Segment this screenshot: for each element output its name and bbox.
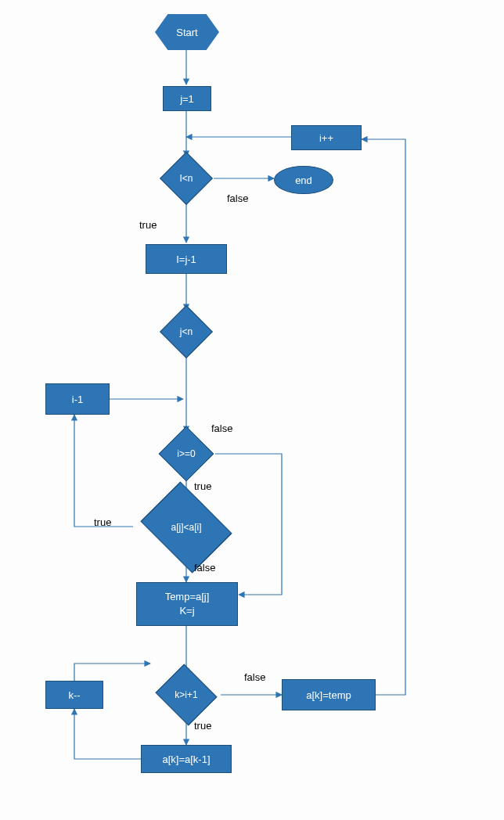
label-true-4: true bbox=[194, 720, 211, 732]
label-true-2: true bbox=[194, 480, 211, 492]
cond-aj-lt-ai-label: a[j]<a[i] bbox=[171, 522, 201, 533]
temp-line1: Temp=a[j] bbox=[165, 590, 210, 604]
label-false-3: false bbox=[194, 562, 215, 574]
cond-aj-lt-ai: a[j]<a[i] bbox=[131, 501, 241, 554]
k-dec-node: k-- bbox=[45, 681, 103, 709]
init-j-node: j=1 bbox=[163, 86, 211, 111]
k-dec-label: k-- bbox=[68, 689, 80, 701]
cond-k-gt-i1: k>i+1 bbox=[152, 673, 221, 717]
i-minus-1-label: i-1 bbox=[72, 394, 83, 405]
label-false-4: false bbox=[244, 671, 265, 683]
cond-i-ge-0-label: i>=0 bbox=[177, 448, 195, 459]
ak-eq-akm1-label: a[k]=a[k-1] bbox=[162, 753, 210, 765]
end-node: end bbox=[274, 166, 333, 194]
start-label: Start bbox=[176, 27, 197, 38]
cond-j-lt-n-label: j<n bbox=[180, 326, 193, 337]
temp-k-node: Temp=a[j] K=j bbox=[136, 582, 238, 626]
label-true-3: true bbox=[94, 516, 111, 528]
label-true-1: true bbox=[139, 219, 157, 231]
inc-i-node: i++ bbox=[291, 125, 362, 150]
cond-i-ge-0: i>=0 bbox=[157, 432, 216, 476]
ak-eq-temp-label: a[k]=temp bbox=[306, 689, 351, 701]
cond-I-lt-n-label: I<n bbox=[179, 173, 193, 184]
init-j-label: j=1 bbox=[180, 93, 194, 105]
temp-line2: K=j bbox=[179, 604, 194, 618]
start-node: Start bbox=[155, 14, 219, 50]
ak-eq-akm1-node: a[k]=a[k-1] bbox=[141, 745, 232, 773]
label-false-2: false bbox=[211, 423, 232, 434]
ak-eq-temp-node: a[k]=temp bbox=[282, 679, 376, 710]
inc-i-label: i++ bbox=[319, 132, 333, 144]
label-false-1: false bbox=[227, 192, 248, 204]
set-I-label: I=j-1 bbox=[176, 254, 196, 265]
set-I-node: I=j-1 bbox=[146, 244, 227, 274]
cond-k-gt-i1-label: k>i+1 bbox=[175, 689, 197, 700]
cond-j-lt-n: j<n bbox=[159, 310, 214, 354]
end-label: end bbox=[295, 174, 312, 186]
i-minus-1-node: i-1 bbox=[45, 383, 110, 415]
cond-I-lt-n: I<n bbox=[159, 156, 214, 200]
